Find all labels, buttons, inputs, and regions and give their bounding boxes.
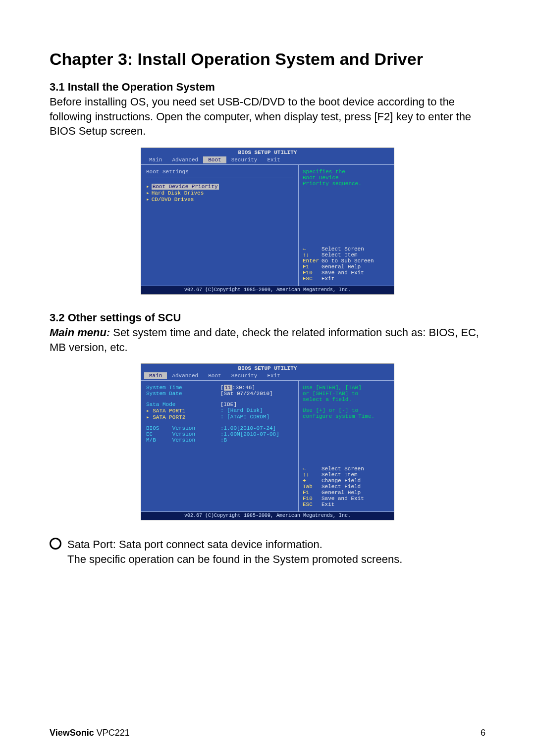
bios-window: BIOS SETUP UTILITY Main Advanced Boot Se…: [141, 148, 394, 295]
bios-tabbar: Main Advanced Boot Security Exit: [141, 156, 394, 164]
help-desc-b: Use [+] or [-] to configure system Time.: [303, 407, 390, 419]
help-key: ↑↓: [303, 472, 321, 478]
bios-right-pane: Use [ENTER], [TAB] or [SHIFT-TAB] to sel…: [298, 381, 394, 511]
help-key: ESC: [303, 502, 321, 507]
row-value: [11:30:46]: [220, 385, 255, 391]
help-key: F10: [303, 496, 321, 502]
bios-section-heading: Boot Settings: [146, 169, 293, 175]
menu-label: Hard Disk Drives: [152, 190, 204, 196]
bios-tab-advanced[interactable]: Advanced: [167, 372, 203, 379]
section-3-2-heading: 3.2 Other settings of SCU: [50, 311, 485, 324]
help-text: Exit: [321, 502, 334, 507]
bios-screenshot-boot: BIOS SETUP UTILITY Main Advanced Boot Se…: [50, 148, 485, 295]
bios-tab-security[interactable]: Security: [226, 372, 263, 379]
footer-brand: ViewSonic VPC221: [50, 728, 130, 738]
bios-help-description: Specifies the Boot Device Priority seque…: [303, 169, 390, 187]
section-3-1-paragraph: Before installing OS, you need set USB-C…: [50, 95, 485, 139]
section-3-1-heading: 3.1 Install the Operation System: [50, 81, 485, 94]
bios-row-system-time[interactable]: System Time[11:30:46]: [146, 385, 293, 391]
bios-row-sata-mode[interactable]: Sata Mode[IDE]: [146, 402, 293, 407]
bios-tab-boot[interactable]: Boot: [203, 372, 226, 379]
bios-footer: v02.67 (C)Copyright 1985-2009, American …: [141, 286, 394, 294]
submenu-arrow-icon: ▸: [146, 197, 150, 202]
bios-title: BIOS SETUP UTILITY: [141, 364, 394, 372]
section-3-2-paragraph: Main menu: Set system time and date, che…: [50, 325, 485, 354]
row-value: : [ATAPI CDROM]: [220, 414, 269, 420]
bios-key-help: ←Select Screen ↑↓Select Item EnterGo to …: [303, 246, 390, 282]
help-text: Change Field: [321, 478, 361, 484]
bullet-line-1: Sata Port: Sata port connect sata device…: [50, 537, 485, 552]
help-desc-a: Use [ENTER], [TAB] or [SHIFT-TAB] to sel…: [303, 385, 390, 403]
bios-row-system-date[interactable]: System Date[Sat 07/24/2010]: [146, 391, 293, 397]
help-key: ↑↓: [303, 252, 321, 258]
row-value: : [Hard Disk]: [220, 407, 263, 414]
row-label: ▸ SATA PORT2: [146, 414, 220, 420]
bios-left-pane: Boot Settings ▸Boot Device Priority ▸Har…: [141, 165, 298, 286]
help-text: Go to Sub Screen: [321, 258, 374, 264]
help-key: F1: [303, 264, 321, 270]
footer-model: VPC221: [94, 728, 130, 738]
row-value: :B: [220, 437, 227, 443]
chapter-title: Chapter 3: Install Operation System and …: [50, 50, 485, 69]
help-text: Select Screen: [321, 246, 364, 252]
bios-row-ec-version: EC Version:1.00M[2010-07-08]: [146, 431, 293, 437]
bios-right-pane: Specifies the Boot Device Priority seque…: [298, 165, 394, 286]
row-value: :1.00[2010-07-24]: [220, 425, 276, 431]
row-value: [Sat 07/24/2010]: [220, 391, 273, 397]
help-text: Select Screen: [321, 466, 364, 472]
bios-tab-exit[interactable]: Exit: [262, 156, 285, 163]
bios-tab-boot[interactable]: Boot: [203, 156, 226, 163]
row-label: ▸ SATA PORT1: [146, 407, 220, 414]
bullet-text: Sata Port: Sata port connect sata device…: [67, 538, 322, 551]
help-key: ←: [303, 466, 321, 472]
bios-row-sata-port2[interactable]: ▸ SATA PORT2: [ATAPI CDROM]: [146, 414, 293, 420]
row-label: BIOS Version: [146, 425, 220, 431]
bullet-line-2: The specific operation can be found in t…: [67, 552, 485, 567]
menu-label: Boot Device Priority: [152, 184, 219, 190]
bullet-icon: [50, 538, 61, 550]
main-menu-rest: Set system time and date, check the rela…: [50, 326, 479, 353]
page-footer: ViewSonic VPC221 6: [50, 728, 485, 738]
document-page: Chapter 3: Install Operation System and …: [0, 0, 535, 756]
bios-row-bios-version: BIOS Version:1.00[2010-07-24]: [146, 425, 293, 431]
bios-menu-item[interactable]: ▸Hard Disk Drives: [146, 190, 293, 196]
help-key: Enter: [303, 258, 321, 264]
bios-row-sata-port1[interactable]: ▸ SATA PORT1: [Hard Disk]: [146, 407, 293, 414]
help-text: Select Item: [321, 252, 358, 258]
help-key: F10: [303, 270, 321, 276]
bios-window: BIOS SETUP UTILITY Main Advanced Boot Se…: [141, 363, 394, 520]
main-menu-lead: Main menu:: [50, 326, 110, 339]
help-key: ←: [303, 246, 321, 252]
footer-brand-name: ViewSonic: [50, 728, 94, 738]
help-text: General Help: [321, 264, 361, 270]
help-key: F1: [303, 490, 321, 496]
menu-label: CD/DVD Drives: [152, 197, 194, 202]
bios-key-help: ←Select Screen ↑↓Select Item +-Change Fi…: [303, 466, 390, 507]
bios-tab-exit[interactable]: Exit: [262, 372, 285, 379]
bios-tab-main[interactable]: Main: [144, 156, 167, 163]
bios-tab-main[interactable]: Main: [144, 372, 167, 379]
divider: [146, 178, 293, 178]
bios-body: Boot Settings ▸Boot Device Priority ▸Har…: [141, 164, 394, 286]
bios-left-pane: System Time[11:30:46]System Date[Sat 07/…: [141, 381, 298, 511]
bios-body: System Time[11:30:46]System Date[Sat 07/…: [141, 380, 394, 511]
bios-menu-item[interactable]: ▸CD/DVD Drives: [146, 196, 293, 202]
bios-tab-security[interactable]: Security: [226, 156, 263, 163]
row-value: :1.00M[2010-07-08]: [220, 431, 279, 437]
bios-footer: v02.67 (C)Copyright 1985-2009, American …: [141, 511, 394, 520]
page-number: 6: [481, 728, 485, 738]
bios-screenshot-main: BIOS SETUP UTILITY Main Advanced Boot Se…: [50, 363, 485, 520]
row-label: EC Version: [146, 431, 220, 437]
help-text: Select Item: [321, 472, 358, 478]
help-text: General Help: [321, 490, 361, 496]
row-value: [IDE]: [220, 402, 237, 407]
submenu-arrow-icon: ▸: [146, 184, 150, 190]
help-text: Save and Exit: [321, 270, 364, 276]
bios-help-description: Use [ENTER], [TAB] or [SHIFT-TAB] to sel…: [303, 385, 390, 419]
bios-menu-item[interactable]: ▸Boot Device Priority: [146, 183, 293, 190]
bios-tabbar: Main Advanced Boot Security Exit: [141, 372, 394, 380]
help-text: Exit: [321, 276, 334, 282]
help-text: Select Field: [321, 484, 361, 490]
bios-tab-advanced[interactable]: Advanced: [167, 156, 203, 163]
help-key: +-: [303, 478, 321, 484]
